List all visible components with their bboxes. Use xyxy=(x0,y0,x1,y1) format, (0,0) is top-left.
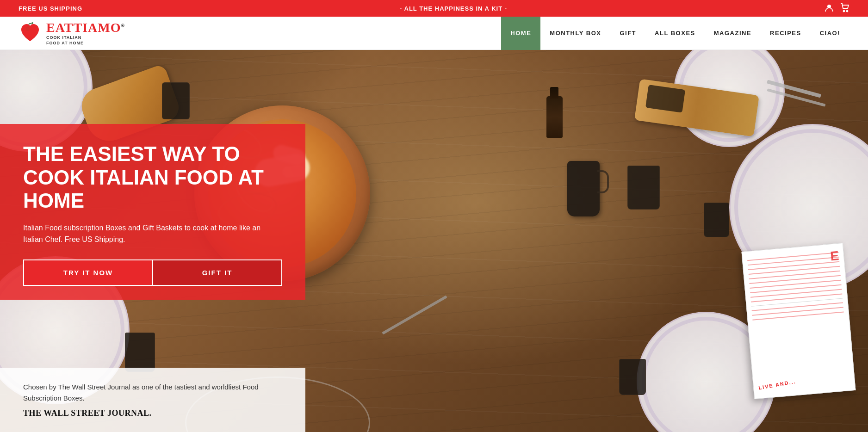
hero-title: THE EASIEST WAY TO COOK ITALIAN FOOD AT … xyxy=(23,142,282,213)
nav-ciao[interactable]: CIAO! xyxy=(811,17,849,50)
wine-glass-5 xyxy=(619,359,646,395)
wsj-logo: THE WALL STREET JOURNAL. xyxy=(23,408,282,418)
magazine-notebook: LIVE AND... E xyxy=(741,243,856,399)
notebook-text: LIVE AND... xyxy=(758,379,796,391)
nav-magazine[interactable]: MAGAZINE xyxy=(705,17,761,50)
logo-text: EATTIAMO® xyxy=(46,20,125,35)
header-icons xyxy=(825,3,849,14)
cart-icon[interactable] xyxy=(840,3,849,14)
hero-subtitle: Italian Food subscription Boxes and Gift… xyxy=(23,222,282,246)
logo-tagline: COOK ITALIAN FOOD AT HOME xyxy=(46,35,125,46)
top-banner: FREE US SHIPPING - ALL THE HAPPINESS IN … xyxy=(0,0,868,17)
nav-gift[interactable]: GIFT xyxy=(610,17,645,50)
logo-icon xyxy=(19,22,42,45)
logo[interactable]: EATTIAMO® COOK ITALIAN FOOD AT HOME xyxy=(19,20,125,46)
testimonial-text: Chosen by The Wall Street Journal as one… xyxy=(23,382,282,404)
nav-home[interactable]: HOME xyxy=(501,17,540,50)
carafe xyxy=(567,161,600,216)
banner-center-text: - ALL THE HAPPINESS IN A KIT - xyxy=(82,5,825,12)
user-icon[interactable] xyxy=(825,3,834,14)
carafe-handle xyxy=(597,170,609,193)
gift-it-button[interactable]: GIFT IT xyxy=(153,259,282,286)
hero-section: LIVE AND... E THE EASIEST WAY TO COOK IT… xyxy=(0,50,868,432)
free-shipping-label: FREE US SHIPPING xyxy=(19,5,82,12)
main-nav: HOME MONTHLY BOX GIFT ALL BOXES MAGAZINE… xyxy=(501,17,849,50)
dark-topping xyxy=(645,85,685,113)
svg-point-3 xyxy=(26,26,30,31)
wine-glass-4 xyxy=(125,333,155,372)
try-it-now-button[interactable]: TRY IT NOW xyxy=(23,259,153,286)
wine-glass-2 xyxy=(627,166,660,210)
wine-glass-1 xyxy=(162,82,190,119)
nav-all-boxes[interactable]: ALL BOXES xyxy=(645,17,705,50)
svg-point-4 xyxy=(31,22,33,24)
hero-buttons: TRY IT NOW GIFT IT xyxy=(23,259,282,286)
testimonial-panel: Chosen by The Wall Street Journal as one… xyxy=(0,368,305,432)
hero-content-panel: THE EASIEST WAY TO COOK ITALIAN FOOD AT … xyxy=(0,124,305,300)
bottle xyxy=(546,96,563,138)
wine-glass-3 xyxy=(704,203,729,237)
svg-point-2 xyxy=(847,10,848,12)
nav-monthly-box[interactable]: MONTHLY BOX xyxy=(540,17,610,50)
nav-recipes[interactable]: RECIPES xyxy=(761,17,811,50)
svg-point-1 xyxy=(843,10,845,12)
main-header: EATTIAMO® COOK ITALIAN FOOD AT HOME HOME… xyxy=(0,17,868,50)
